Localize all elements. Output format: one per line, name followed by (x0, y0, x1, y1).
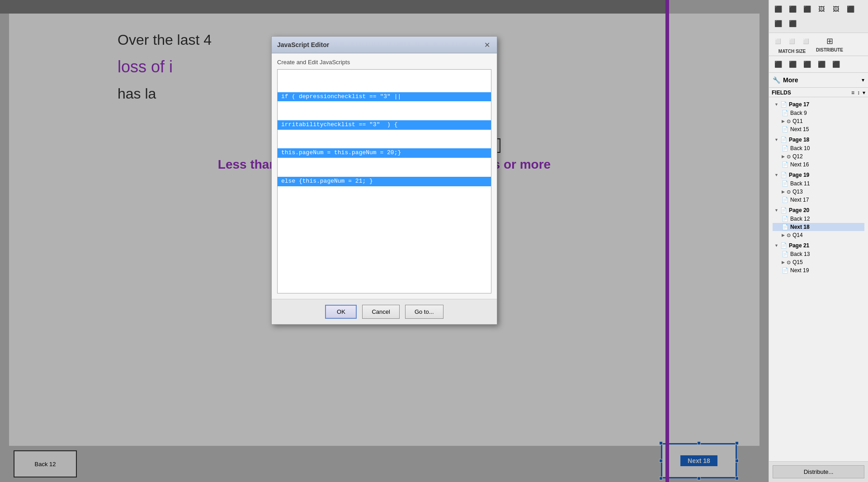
fields-label: FIELDS (772, 90, 791, 96)
code-line-6 (281, 233, 487, 243)
match-icons-row: ⬜ ⬜ ⬜ (772, 35, 812, 47)
tree-page-20[interactable]: ▼ 📄 Page 20 (773, 206, 864, 215)
q11-radio-icon: ⊙ (787, 118, 791, 124)
fields-header-icons: ≡ ↕ ▾ (851, 90, 865, 96)
tree-page-18[interactable]: ▼ 📄 Page 18 (773, 135, 864, 144)
right-panel: ⬛ ⬛ ⬛ 🖼 🖼 ⬛ ⬛ ⬛ ⬜ ⬜ ⬜ MATCH SIZE ⊞ DISTR… (769, 0, 868, 482)
main-canvas: Over the last 4 loss of i has la Q14 Les… (0, 0, 769, 482)
q14-item[interactable]: ▶ ⊙ Q14 (773, 231, 864, 239)
match-both-icon[interactable]: ⬜ (800, 35, 812, 47)
spacing-icon-5[interactable]: ⬛ (830, 58, 842, 71)
next16-item[interactable]: 📄 Next 16 (773, 161, 864, 169)
code-line-5 (281, 205, 487, 214)
distribute-label: DISTRIBUTE (816, 47, 843, 52)
q13-item[interactable]: ▶ ⊙ Q13 (773, 188, 864, 196)
align-top-icon[interactable]: ⬛ (844, 3, 857, 15)
spacing-icon-3[interactable]: ⬛ (801, 58, 813, 71)
ok-button[interactable]: OK (325, 305, 357, 319)
next15-doc-icon: 📄 (782, 126, 788, 132)
align-image-icon[interactable]: 🖼 (815, 3, 828, 15)
q11-item[interactable]: ▶ ⊙ Q11 (773, 117, 864, 125)
spacing-icon-2[interactable]: ⬛ (786, 58, 799, 71)
align-right-icon[interactable]: ⬛ (801, 3, 813, 15)
fields-sort-icon[interactable]: ≡ (851, 90, 854, 96)
back11-item[interactable]: 📄 Back 11 (773, 180, 864, 188)
align-center-h-icon[interactable]: ⬛ (786, 3, 799, 15)
page20-icon: 📄 (780, 207, 787, 213)
tree-page-21[interactable]: ▼ 📄 Page 21 (773, 241, 864, 250)
q13-chevron: ▶ (782, 189, 785, 194)
back11-label: Back 11 (790, 180, 810, 187)
tree-page-20-item: ▼ 📄 Page 20 📄 Back 12 📄 Next 18 ▶ ⊙ Q14 (771, 205, 866, 240)
back10-item[interactable]: 📄 Back 10 (773, 144, 864, 152)
more-label-text: More (783, 76, 798, 84)
page21-icon: 📄 (780, 242, 787, 249)
next19-item[interactable]: 📄 Next 19 (773, 266, 864, 274)
back10-label: Back 10 (790, 145, 810, 151)
goto-button[interactable]: Go to... (405, 305, 443, 319)
modal-overlay: JavaScript Editor ✕ Create and Edit Java… (0, 0, 769, 482)
back12-item[interactable]: 📄 Back 12 (773, 215, 864, 223)
more-chevron-icon: ▾ (862, 77, 864, 83)
back13-item[interactable]: 📄 Back 13 (773, 250, 864, 258)
align-middle-v-icon[interactable]: ⬛ (772, 17, 784, 30)
back13-label: Back 13 (790, 251, 810, 257)
match-width-icon[interactable]: ⬜ (772, 35, 784, 47)
code-line-7 (281, 261, 487, 271)
page17-label: Page 17 (789, 101, 809, 108)
code-line-2: irritabilitychecklist == "3" ) { (278, 120, 491, 130)
next17-item[interactable]: 📄 Next 17 (773, 196, 864, 204)
back9-label: Back 9 (790, 110, 807, 116)
q12-label: Q12 (793, 153, 803, 160)
distribute-icon[interactable]: ⊞ (816, 36, 843, 46)
code-line-3: this.pageNum = this.pageNum = 20;} (278, 148, 491, 158)
align-bottom-icon[interactable]: ⬛ (786, 17, 799, 30)
q14-radio-icon: ⊙ (787, 232, 791, 238)
q11-label: Q11 (793, 118, 803, 124)
code-editor[interactable]: if ( depressionchecklist == "3" || irrit… (277, 69, 491, 293)
tree-page-21-item: ▼ 📄 Page 21 📄 Back 13 ▶ ⊙ Q15 📄 Next 19 (771, 240, 866, 275)
next18-doc-icon: 📄 (782, 224, 788, 230)
match-distribute-row: ⬜ ⬜ ⬜ MATCH SIZE ⊞ DISTRIBUTE (769, 33, 868, 56)
q12-chevron: ▶ (782, 154, 785, 159)
spacing-icon-4[interactable]: ⬛ (815, 58, 828, 71)
q15-item[interactable]: ▶ ⊙ Q15 (773, 258, 864, 266)
distribute-button[interactable]: Distribute... (773, 465, 864, 478)
q15-label: Q15 (793, 259, 803, 265)
next16-label: Next 16 (790, 161, 809, 168)
next18-item[interactable]: 📄 Next 18 (773, 223, 864, 231)
fields-order-icon[interactable]: ↕ (857, 90, 860, 96)
q15-radio-icon: ⊙ (787, 260, 791, 265)
page18-label: Page 18 (789, 137, 809, 143)
page18-chevron: ▼ (774, 137, 778, 142)
cancel-button[interactable]: Cancel (362, 305, 399, 319)
fields-tree: ▼ 📄 Page 17 📄 Back 9 ▶ ⊙ Q11 📄 Next 15 (769, 97, 868, 461)
distribute-group: ⊞ DISTRIBUTE (816, 36, 843, 52)
tree-page-19[interactable]: ▼ 📄 Page 19 (773, 170, 864, 180)
spacing-icon-1[interactable]: ⬛ (772, 58, 784, 71)
next19-label: Next 19 (790, 267, 809, 274)
back9-item[interactable]: 📄 Back 9 (773, 109, 864, 117)
next15-label: Next 15 (790, 126, 809, 132)
code-line-1: if ( depressionchecklist == "3" || (278, 92, 491, 102)
tree-page-19-item: ▼ 📄 Page 19 📄 Back 11 ▶ ⊙ Q13 📄 Next 17 (771, 170, 866, 205)
fields-chevron-icon[interactable]: ▾ (863, 90, 865, 96)
page21-label: Page 21 (789, 242, 809, 249)
modal-subtitle: Create and Edit JavaScripts (277, 59, 491, 66)
modal-close-button[interactable]: ✕ (482, 40, 491, 49)
fields-header-row: FIELDS ≡ ↕ ▾ (769, 88, 868, 97)
modal-footer: OK Cancel Go to... (272, 299, 497, 324)
tree-page-17[interactable]: ▼ 📄 Page 17 (773, 100, 864, 109)
q13-label: Q13 (793, 189, 803, 195)
more-row[interactable]: 🔧 More ▾ (769, 73, 868, 88)
match-height-icon[interactable]: ⬜ (786, 35, 798, 47)
align-left-icon[interactable]: ⬛ (772, 3, 784, 15)
wrench-icon: 🔧 (773, 76, 780, 84)
align-image2-icon[interactable]: 🖼 (830, 3, 842, 15)
next15-item[interactable]: 📄 Next 15 (773, 125, 864, 133)
q12-item[interactable]: ▶ ⊙ Q12 (773, 152, 864, 161)
code-line-4: else {this.pageNum = 21; } (278, 177, 491, 186)
back10-doc-icon: 📄 (782, 145, 788, 151)
page20-chevron: ▼ (774, 208, 778, 213)
back12-doc-icon: 📄 (782, 216, 788, 222)
